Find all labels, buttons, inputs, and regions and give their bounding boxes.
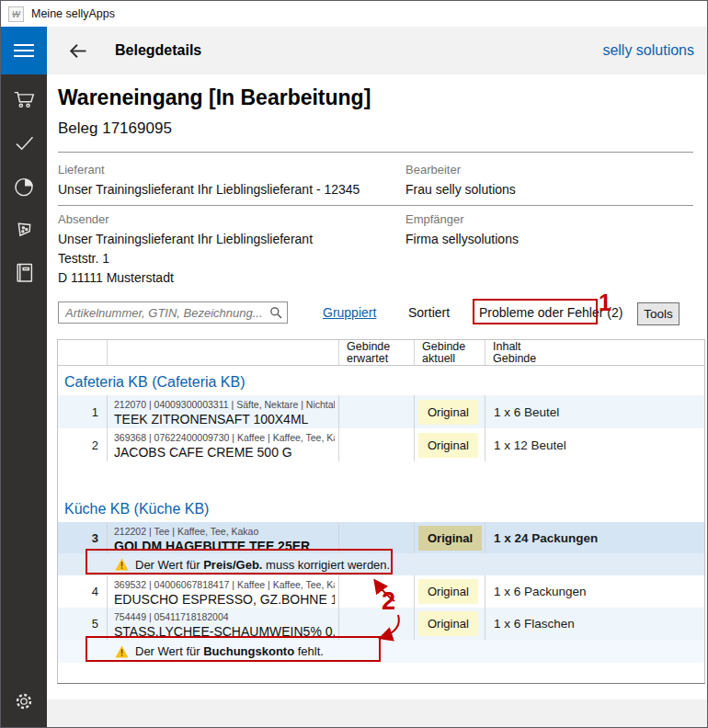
table-row[interactable]: 5 754449 | 05411718182004 STASS.LYCHEE-S… (58, 608, 704, 640)
article-meta: 369368 | 07622400009730 | Kaffee | Kaffe… (114, 432, 335, 443)
column-inhalt-gebinde: InhaltGebinde (485, 340, 704, 365)
row-number: 2 (58, 428, 108, 461)
gear-icon (13, 690, 35, 712)
search-field (58, 301, 288, 324)
bearbeiter-label: Bearbeiter (405, 163, 461, 176)
column-gebinde-aktuell: Gebindeaktuell (415, 340, 485, 365)
warning-icon (115, 558, 129, 571)
warning-row-preis: Der Wert für Preis/Geb. muss korrigiert … (58, 553, 704, 575)
gebinde-erwartet-cell (339, 575, 415, 608)
sidebar-item-catalog[interactable] (1, 251, 47, 294)
search-input[interactable] (58, 301, 288, 324)
article-name: TEEK ZITRONENSAFT 100X4ML (114, 412, 335, 427)
article-name: STASS.LYCHEE-SCHAUMWEIN5% 0,75 (114, 624, 335, 639)
warning-icon (115, 645, 129, 658)
menu-icon (14, 44, 34, 46)
sidebar-item-settings[interactable] (1, 683, 47, 720)
sidebar-item-cart[interactable] (1, 78, 47, 121)
problems-filter[interactable]: Probleme oder Fehler (2) (479, 305, 622, 320)
check-icon (12, 131, 37, 155)
group-header-cafeteria[interactable]: Cafeteria KB (Cafeteria KB) (58, 366, 704, 395)
article-name: GOLDM HAGEBUTTE TEE 25ER (114, 539, 335, 553)
inhalt-gebinde-cell: 1 x 6 Beutel (485, 395, 704, 428)
book-icon (12, 260, 37, 285)
brand-text: selly solutions (602, 42, 694, 59)
sidebar (1, 27, 47, 727)
gebinde-aktuell-badge: Original (418, 433, 478, 458)
article-meta: 369532 | 04006067818417 | Kaffee | Kaffe… (114, 579, 335, 590)
group-gap (58, 461, 704, 496)
warning-text: Der Wert für Preis/Geb. muss korrigiert … (135, 558, 390, 572)
back-arrow-icon (65, 39, 90, 63)
sorted-toggle[interactable]: Sortiert (408, 305, 450, 320)
main-panel: Belegdetails selly solutions Wareneingan… (47, 27, 707, 727)
lieferant-value: Unser Trainingslieferant Ihr Lieblingsli… (58, 182, 360, 197)
gebinde-aktuell-badge: Original (418, 526, 482, 551)
absender-line: Unser Trainingslieferant Ihr Lieblingsli… (58, 232, 313, 246)
app-header: Belegdetails selly solutions (47, 27, 707, 74)
article-name: EDUSCHO ESPRESSO, GZ.BOHNE 1KG (114, 592, 335, 607)
row-number: 4 (58, 575, 108, 608)
gebinde-aktuell-badge: Original (418, 400, 478, 425)
inhalt-gebinde-cell: 1 x 6 Packungen (485, 575, 704, 608)
sidebar-item-reports[interactable] (1, 165, 47, 208)
inhalt-gebinde-cell: 1 x 6 Flaschen (485, 608, 704, 640)
table-row[interactable]: 2 369368 | 07622400009730 | Kaffee | Kaf… (58, 428, 704, 461)
warning-text: Der Wert für Buchungskonto fehlt. (135, 644, 324, 658)
inhalt-gebinde-cell: 1 x 12 Beutel (485, 428, 704, 461)
app-window: w Meine sellyApps (0, 0, 708, 728)
divider (58, 205, 693, 206)
grouped-toggle[interactable]: Gruppiert (323, 305, 376, 320)
lieferant-label: Lieferant (58, 163, 105, 176)
gebinde-aktuell-badge: Original (418, 611, 478, 636)
absender-label: Absender (58, 212, 109, 226)
gebinde-erwartet-cell (339, 608, 415, 640)
table-filler (58, 663, 704, 683)
back-button[interactable] (63, 37, 91, 64)
absender-line: Teststr. 1 (58, 251, 109, 266)
menu-button[interactable] (1, 27, 47, 74)
row-number: 1 (58, 395, 108, 428)
titlebar: w Meine sellyApps (1, 1, 707, 27)
pie-chart-icon (12, 174, 37, 199)
article-meta: 212202 | Tee | Kaffee, Tee, Kakao (114, 526, 335, 537)
article-meta: 212070 | 04009300003311 | Säfte, Nektare… (114, 399, 335, 410)
article-name: JACOBS CAFE CREME 500 G (114, 445, 335, 460)
cart-icon (12, 87, 37, 112)
sidebar-item-tasks[interactable] (1, 121, 47, 165)
search-icon[interactable] (268, 305, 283, 320)
article-meta: 754449 | 05411718182004 (114, 611, 335, 622)
sidebar-nav (1, 78, 47, 294)
page-title: Belegdetails (115, 42, 201, 59)
tools-button[interactable]: Tools (637, 302, 679, 325)
table-row[interactable]: 1 212070 | 04009300003311 | Säfte, Nekta… (58, 395, 704, 428)
gebinde-erwartet-cell (339, 395, 415, 428)
gebinde-erwartet-cell (339, 522, 415, 553)
divider (58, 152, 693, 153)
row-number: 5 (58, 608, 108, 640)
footer-strip (47, 700, 707, 727)
bearbeiter-value: Frau selly solutions (405, 182, 516, 197)
document-title: Wareneingang [In Bearbeitung] (58, 85, 371, 110)
empfaenger-label: Empfänger (405, 212, 464, 226)
inhalt-gebinde-cell: 1 x 24 Packungen (485, 522, 704, 553)
document-number: Beleg 17169095 (58, 119, 172, 138)
table-header-row: Gebindeerwartet Gebindeaktuell InhaltGeb… (58, 340, 704, 366)
row-number: 3 (58, 522, 108, 553)
group-header-kueche[interactable]: Küche KB (Küche KB) (58, 496, 704, 522)
sidebar-item-tag[interactable] (1, 208, 47, 251)
app-logo-icon: w (8, 6, 24, 22)
table-row[interactable]: 4 369532 | 04006067818417 | Kaffee | Kaf… (58, 575, 704, 608)
window-title: Meine sellyApps (31, 7, 115, 20)
warning-row-buchungskonto: Der Wert für Buchungskonto fehlt. (58, 640, 704, 663)
column-gebinde-erwartet: Gebindeerwartet (339, 340, 415, 365)
absender-line: D 11111 Musterstadt (58, 270, 174, 285)
tag-icon (12, 217, 37, 242)
gebinde-aktuell-badge: Original (418, 579, 478, 604)
gebinde-erwartet-cell (339, 428, 415, 461)
empfaenger-value: Firma sellysolutions (405, 232, 519, 246)
items-table: Gebindeerwartet Gebindeaktuell InhaltGeb… (57, 339, 705, 684)
table-row-selected[interactable]: 3 212202 | Tee | Kaffee, Tee, Kakao GOLD… (58, 522, 704, 553)
